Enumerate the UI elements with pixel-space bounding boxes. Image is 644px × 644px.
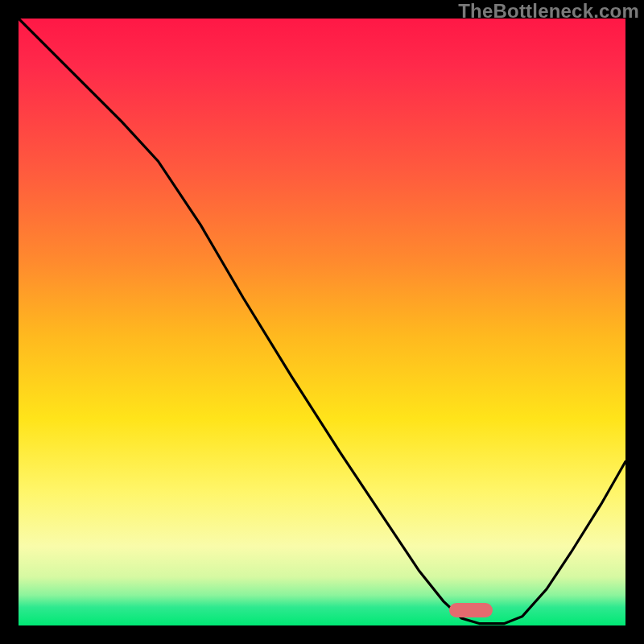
optimum-marker [449, 603, 493, 617]
watermark-text: TheBottleneck.com [458, 0, 639, 23]
outer-frame: TheBottleneck.com [0, 0, 644, 644]
curve-svg [19, 19, 625, 625]
bottleneck-curve-path [19, 19, 625, 624]
